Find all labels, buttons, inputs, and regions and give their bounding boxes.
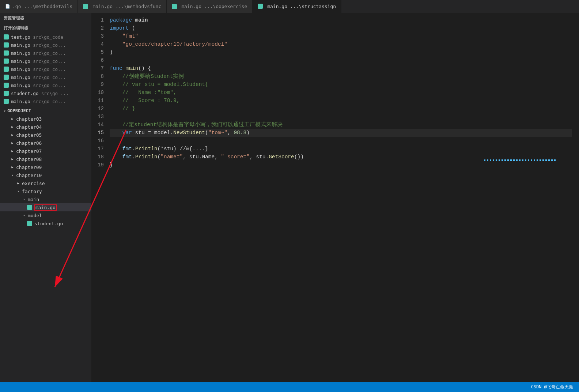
import-path: "go_code/chapter10/factory/model" xyxy=(122,40,227,48)
space xyxy=(132,16,135,24)
comment-8: //创建要给Student实例 xyxy=(122,72,184,80)
open-editor-main1[interactable]: main.go src\go_co... xyxy=(0,41,91,49)
tab-oopexercise[interactable]: main.go ...\oopexercise xyxy=(167,0,253,13)
folder-chapter09[interactable]: ▶ chapter09 xyxy=(0,163,91,171)
open-editor-main3[interactable]: main.go src\go_co... xyxy=(0,57,91,65)
ln-6: 6 xyxy=(91,56,104,64)
tab-methodvsfunc[interactable]: main.go ...\methodvsfunc xyxy=(78,0,167,13)
go-file-icon xyxy=(4,75,9,80)
file-main-go[interactable]: main.go xyxy=(0,203,91,211)
folder-main[interactable]: ▾ main xyxy=(0,195,91,203)
space xyxy=(122,64,126,72)
file-name: main.go xyxy=(34,204,57,211)
folder-exercise[interactable]: ▶ exercise xyxy=(0,179,91,187)
ln-7: 7 xyxy=(91,64,104,72)
args: (*stu) //&{....} xyxy=(158,145,208,153)
indent xyxy=(110,40,122,48)
tab-structassign[interactable]: main.go ...\structassign xyxy=(253,0,341,13)
folder-chapter10[interactable]: ▾ chapter10 xyxy=(0,171,91,179)
code-line-10: // Name :"tom", xyxy=(110,88,572,97)
expand-icon: ▾ xyxy=(21,196,27,202)
ln-14: 14 xyxy=(91,121,104,129)
indent xyxy=(110,97,122,105)
ln-13: 13 xyxy=(91,113,104,121)
paren-close: ) xyxy=(246,129,250,137)
tab-icon-3 xyxy=(172,4,177,9)
code-line-16 xyxy=(110,137,572,145)
open-editor-name: main.go src\go_co... xyxy=(11,83,66,88)
main-layout: 资源管理器 打开的编辑器 test.go src\go_code main.go… xyxy=(0,13,579,382)
indent xyxy=(110,129,122,137)
open-editor-main6[interactable]: main.go src\go_co... xyxy=(0,81,91,89)
ln-17: 17 xyxy=(91,145,104,153)
ln-15: 15 xyxy=(91,129,104,137)
kw-import: import xyxy=(110,24,129,32)
ln-18: 18 xyxy=(91,153,104,161)
editor-wrapper: 1 2 3 4 5 6 7 8 9 10 11 12 13 14 15 16 1 xyxy=(91,13,579,382)
folder-chapter06[interactable]: ▶ chapter06 xyxy=(0,139,91,147)
bottom-bar: CSDN @飞哥亡命天涯 xyxy=(0,382,579,392)
indent xyxy=(110,80,122,88)
folder-chapter04[interactable]: ▶ chapter04 xyxy=(0,123,91,131)
indent xyxy=(110,32,122,40)
folder-chapter07[interactable]: ▶ chapter07 xyxy=(0,147,91,155)
open-editor-main7[interactable]: main.go src\go_co... xyxy=(0,97,91,105)
code-line-6 xyxy=(110,56,572,64)
ln-3: 3 xyxy=(91,32,104,40)
go-file-icon xyxy=(4,99,9,104)
open-editor-name: main.go src\go_co... xyxy=(11,42,66,48)
open-editor-main4[interactable]: main.go src\go_co... xyxy=(0,65,91,73)
code-line-14: //定student结构体是首字母小写，我们可以通过工厂模式来解决 xyxy=(110,121,572,129)
file-name: student.go xyxy=(34,221,63,226)
go-file-icon xyxy=(4,91,9,96)
expand-icon: ▾ xyxy=(15,188,21,194)
folder-chapter08[interactable]: ▶ chapter08 xyxy=(0,155,91,163)
folder-chapter03[interactable]: ▶ chapter03 xyxy=(0,115,91,123)
collapse-icon: ▶ xyxy=(10,132,15,138)
open-editor-test[interactable]: test.go src\go_code xyxy=(0,33,91,41)
collapse-icon: ▶ xyxy=(10,124,15,130)
collapse-icon: ▶ xyxy=(15,180,21,186)
tab-methoddetails[interactable]: 📄 .go ...\methoddetails xyxy=(0,0,78,13)
open-editor-main2[interactable]: main.go src\go_co... xyxy=(0,49,91,57)
comma2: , stu.Name, xyxy=(183,153,221,161)
fn-println2: Println xyxy=(135,153,158,161)
bottom-bar-text: CSDN @飞哥亡命天涯 xyxy=(531,384,573,390)
open-editor-main5[interactable]: main.go src\go_co... xyxy=(0,73,91,81)
open-editor-name: main.go src\go_co... xyxy=(11,75,66,80)
go-file-icon xyxy=(4,67,9,72)
indent xyxy=(110,121,122,129)
str-name: "name=" xyxy=(160,153,183,161)
sidebar-title: 资源管理器 xyxy=(0,13,91,23)
folder-name: chapter07 xyxy=(16,148,42,154)
go-file-icon xyxy=(4,83,9,88)
dot: . xyxy=(132,145,135,153)
ln-11: 11 xyxy=(91,97,104,105)
tab-label-3: main.go ...\oopexercise xyxy=(181,4,247,9)
file-student-go[interactable]: student.go xyxy=(0,219,91,227)
ln-2: 2 xyxy=(91,24,104,32)
pkg-fmt: fmt xyxy=(122,145,132,153)
goproject-label: GOPROJECT xyxy=(7,108,31,113)
fn-println: Println xyxy=(135,145,158,153)
paren-close: ) xyxy=(110,48,113,56)
folder-arrow-icon: ▾ xyxy=(4,109,6,113)
tab-label-1: .go ...\methoddetails xyxy=(12,4,72,9)
tab-label-4: main.go ...\structassign xyxy=(267,4,336,9)
folder-chapter05[interactable]: ▶ chapter05 xyxy=(0,131,91,139)
tab-bar: 📄 .go ...\methoddetails main.go ...\meth… xyxy=(0,0,579,13)
open-editor-name: main.go src\go_co... xyxy=(11,59,66,64)
goproject-folder[interactable]: ▾ GOPROJECT xyxy=(0,107,91,115)
str-tom: "tom~" xyxy=(208,129,227,137)
open-editor-student[interactable]: student.go src\go_... xyxy=(0,89,91,97)
code-lines: package main import ( "fmt" "go_code/cha… xyxy=(110,16,579,169)
folder-model[interactable]: ▾ model xyxy=(0,211,91,219)
code-area: 1 2 3 4 5 6 7 8 9 10 11 12 13 14 15 16 1 xyxy=(91,13,579,172)
folder-factory[interactable]: ▾ factory xyxy=(0,187,91,195)
go-file-icon xyxy=(27,205,32,210)
editor[interactable]: 1 2 3 4 5 6 7 8 9 10 11 12 13 14 15 16 1 xyxy=(91,13,579,172)
open-editor-name: main.go src\go_co... xyxy=(11,99,66,104)
sidebar: 资源管理器 打开的编辑器 test.go src\go_code main.go… xyxy=(0,13,91,382)
code-line-5: ) xyxy=(110,48,572,56)
paren-open: ( xyxy=(158,153,161,161)
